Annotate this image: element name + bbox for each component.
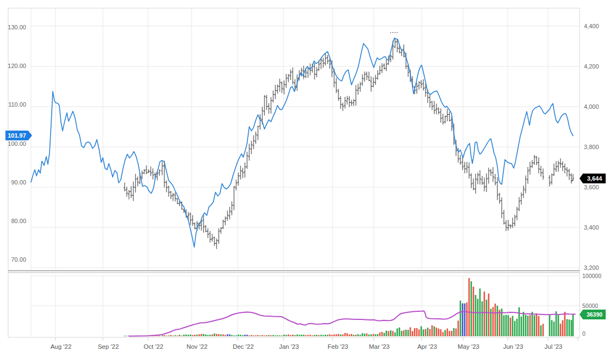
x-axis-label: Jul '23 xyxy=(545,343,563,350)
peak-marker xyxy=(390,32,398,33)
stock-chart: 130.00120.00110.00100.0090.0080.0070.004… xyxy=(0,0,616,364)
right-axis-label: 4,400 xyxy=(584,23,599,29)
x-axis-label: Dec '22 xyxy=(233,343,254,350)
right-axis-labels: 4,4004,2004,0003,8003,6003,4003,200 xyxy=(584,23,599,271)
left-axis-label: 80.00 xyxy=(11,218,26,224)
volume-axis-label: 0 xyxy=(582,330,586,337)
x-axis-label: Jun '23 xyxy=(503,343,523,350)
x-axis: Aug '22Sep '22Oct '22Nov '22Dec '22Jan '… xyxy=(51,337,578,350)
volume-axis-label: 50000 xyxy=(582,303,598,309)
right-axis-label: 3,800 xyxy=(584,144,599,150)
chart-canvas[interactable]: 130.00120.00110.00100.0090.0080.0070.004… xyxy=(0,0,616,364)
right-axis-label: 3,600 xyxy=(584,184,599,190)
last-price-tag-line: 101.97 xyxy=(5,131,32,140)
last-price-tag-ohlc: 3,644 xyxy=(580,174,606,183)
x-axis-label: May '23 xyxy=(458,343,479,350)
right-axis-label: 4,200 xyxy=(584,63,599,70)
x-axis-label: Apr '23 xyxy=(417,343,437,350)
volume-axis-labels: 100000500000 xyxy=(582,273,601,337)
x-axis-label: Sep '22 xyxy=(98,343,119,350)
left-axis-label: 110.00 xyxy=(8,101,26,108)
left-axis-label: 120.00 xyxy=(8,63,26,69)
x-axis-label: Oct '22 xyxy=(144,343,163,350)
x-axis-label: Mar '23 xyxy=(369,343,390,350)
left-axis-label: 70.00 xyxy=(11,256,26,263)
right-axis-label: 3,400 xyxy=(584,224,599,231)
price-line xyxy=(31,38,573,247)
x-axis-label: Feb '23 xyxy=(328,343,348,350)
x-axis-label: Aug '22 xyxy=(51,343,72,350)
right-axis-label: 4,000 xyxy=(584,103,599,110)
right-axis-label: 3,200 xyxy=(584,264,599,271)
ohlc-series xyxy=(124,38,574,249)
last-volume-tag: 36390 xyxy=(580,310,606,319)
panel-resize-handle[interactable] xyxy=(8,269,580,274)
chart-borders xyxy=(8,8,580,337)
gridlines xyxy=(31,8,580,336)
volume-axis-label: 100000 xyxy=(582,273,601,279)
left-axis-label: 130.00 xyxy=(8,24,26,30)
left-axis-label: 90.00 xyxy=(11,179,26,186)
x-axis-label: Nov '22 xyxy=(187,343,208,350)
x-axis-label: Jan '23 xyxy=(279,343,299,350)
left-axis-label: 100.00 xyxy=(8,140,26,147)
left-axis-labels: 130.00120.00110.00100.0090.0080.0070.00 xyxy=(8,24,26,263)
